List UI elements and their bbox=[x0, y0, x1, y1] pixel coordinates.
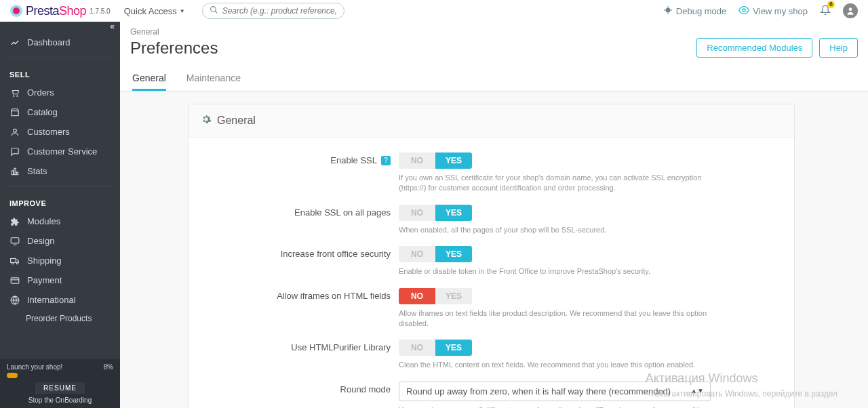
onboarding-widget: Launch your shop! 8% RESUME Stop the OnB… bbox=[0, 359, 120, 408]
resume-button[interactable]: RESUME bbox=[35, 382, 85, 394]
allow-iframes-switch[interactable]: NO YES bbox=[399, 288, 472, 304]
htmlpurifier-switch[interactable]: NO YES bbox=[399, 340, 472, 356]
setting-help: Allow iframes on text fields like produc… bbox=[399, 308, 711, 329]
switch-yes: YES bbox=[435, 152, 472, 169]
switch-no: NO bbox=[399, 205, 435, 221]
globe-icon bbox=[9, 295, 20, 305]
page-header: General Preferences Recommended Modules … bbox=[120, 22, 868, 91]
switch-no: NO bbox=[399, 152, 435, 169]
help-button[interactable]: Help bbox=[819, 38, 858, 58]
setting-label: Increase front office security bbox=[281, 249, 391, 259]
sidebar-item-label: Modules bbox=[27, 216, 60, 226]
increase-security-switch[interactable]: NO YES bbox=[399, 246, 472, 262]
truck-icon bbox=[9, 256, 20, 266]
trending-icon bbox=[9, 38, 20, 47]
svg-point-1 bbox=[13, 7, 20, 14]
setting-help: Enable or disable token in the Front Off… bbox=[399, 266, 711, 277]
divider bbox=[9, 58, 111, 58]
svg-point-2 bbox=[210, 7, 216, 12]
eye-icon bbox=[738, 5, 749, 18]
setting-label: Enable SSL bbox=[330, 155, 377, 165]
caret-down-icon: ▼ bbox=[180, 8, 185, 14]
sidebar-section-sell: SELL bbox=[0, 64, 120, 83]
logo[interactable]: PrestaShop 1.7.5.0 bbox=[10, 4, 111, 18]
switch-yes: YES bbox=[435, 205, 472, 221]
topbar: PrestaShop 1.7.5.0 Quick Access ▼ Debug … bbox=[0, 0, 868, 22]
puzzle-icon bbox=[9, 217, 20, 226]
sidebar-collapse-button[interactable]: « bbox=[0, 22, 120, 33]
setting-label: Enable SSL on all pages bbox=[294, 207, 391, 218]
sidebar-item-payment[interactable]: Payment bbox=[0, 270, 120, 290]
tab-maintenance[interactable]: Maintenance bbox=[186, 67, 241, 91]
switch-yes: YES bbox=[435, 340, 472, 356]
sidebar-item-modules[interactable]: Modules bbox=[0, 211, 120, 231]
sidebar-item-customer-service[interactable]: Customer Service bbox=[0, 142, 120, 161]
stop-onboarding-link[interactable]: Stop the OnBoarding bbox=[7, 396, 113, 404]
svg-line-3 bbox=[215, 11, 217, 13]
sidebar-item-dashboard[interactable]: Dashboard bbox=[0, 33, 120, 52]
svg-rect-20 bbox=[11, 258, 16, 262]
topbar-right: Debug mode View my shop 6 bbox=[663, 3, 858, 18]
view-shop-label: View my shop bbox=[753, 6, 808, 16]
switch-no: NO bbox=[399, 340, 435, 356]
svg-rect-17 bbox=[16, 172, 18, 174]
sidebar-item-label: Orders bbox=[27, 87, 54, 98]
cart-icon bbox=[9, 88, 20, 98]
setting-label: Use HTMLPurifier Library bbox=[291, 342, 391, 352]
svg-point-11 bbox=[14, 96, 14, 96]
logo-text: PrestaShop bbox=[26, 4, 86, 18]
round-mode-select[interactable]: Round up away from zero, when it is half… bbox=[399, 382, 711, 401]
setting-help: If you own an SSL certificate for your s… bbox=[399, 173, 711, 194]
sidebar-item-stats[interactable]: Stats bbox=[0, 161, 120, 181]
setting-help: You can choose among 6 different ways of… bbox=[399, 405, 711, 408]
quick-access-label: Quick Access bbox=[124, 6, 177, 16]
help-icon[interactable]: ? bbox=[381, 156, 391, 165]
search-input[interactable] bbox=[222, 6, 337, 16]
ssl-all-switch[interactable]: NO YES bbox=[399, 205, 472, 221]
chat-icon bbox=[9, 147, 20, 157]
sidebar-item-customers[interactable]: Customers bbox=[0, 122, 120, 142]
svg-rect-15 bbox=[12, 170, 13, 174]
switch-yes: YES bbox=[435, 246, 472, 262]
profile-button[interactable] bbox=[843, 3, 858, 18]
onboard-progress bbox=[7, 373, 18, 378]
svg-point-12 bbox=[17, 96, 18, 96]
svg-rect-13 bbox=[12, 110, 19, 115]
onboard-percent: 8% bbox=[104, 363, 113, 371]
bug-icon bbox=[663, 5, 673, 17]
sidebar-item-design[interactable]: Design bbox=[0, 231, 120, 251]
general-panel: General Enable SSL ? NO YES If you own a… bbox=[188, 104, 795, 408]
search-box[interactable] bbox=[202, 3, 344, 19]
breadcrumb: General bbox=[130, 27, 858, 37]
sidebar-item-preorder[interactable]: Preorder Products bbox=[0, 310, 120, 327]
sidebar-section-improve: IMPROVE bbox=[0, 192, 120, 211]
debug-label: Debug mode bbox=[676, 6, 726, 16]
sidebar: « Dashboard SELL Orders Catalog Customer… bbox=[0, 22, 120, 408]
svg-rect-23 bbox=[11, 277, 19, 283]
view-shop-link[interactable]: View my shop bbox=[738, 5, 808, 18]
debug-mode-link[interactable]: Debug mode bbox=[663, 5, 726, 17]
version-label: 1.7.5.0 bbox=[90, 7, 111, 15]
sidebar-item-label: Catalog bbox=[27, 107, 58, 117]
main-content: General Preferences Recommended Modules … bbox=[120, 22, 868, 408]
sidebar-item-orders[interactable]: Orders bbox=[0, 83, 120, 102]
recommended-modules-button[interactable]: Recommended Modules bbox=[696, 38, 812, 58]
switch-no: NO bbox=[399, 246, 435, 262]
search-icon bbox=[210, 5, 218, 16]
sidebar-item-international[interactable]: International bbox=[0, 290, 120, 310]
monitor-icon bbox=[9, 237, 20, 246]
sidebar-item-shipping[interactable]: Shipping bbox=[0, 251, 120, 270]
quick-access-dropdown[interactable]: Quick Access ▼ bbox=[124, 6, 185, 16]
avatar-icon bbox=[843, 3, 858, 18]
sidebar-item-label: Dashboard bbox=[27, 37, 71, 47]
sidebar-item-label: Payment bbox=[27, 275, 62, 285]
svg-point-22 bbox=[16, 262, 18, 264]
onboard-title: Launch your shop! bbox=[7, 363, 62, 371]
notifications-button[interactable]: 6 bbox=[820, 5, 831, 18]
tab-general[interactable]: General bbox=[132, 67, 166, 91]
card-icon bbox=[9, 276, 20, 285]
setting-label: Allow iframes on HTML fields bbox=[277, 291, 391, 301]
svg-point-14 bbox=[14, 129, 17, 132]
sidebar-item-catalog[interactable]: Catalog bbox=[0, 102, 120, 122]
enable-ssl-switch[interactable]: NO YES bbox=[399, 152, 472, 169]
